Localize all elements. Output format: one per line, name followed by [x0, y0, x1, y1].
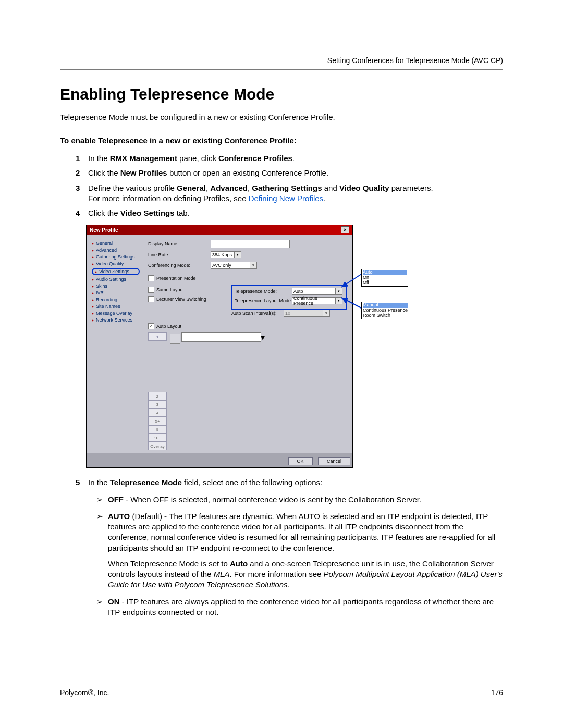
select-layout[interactable]: ▾: [181, 332, 265, 342]
chevron-down-icon: ▾: [261, 332, 265, 342]
nav-audio-settings[interactable]: ▸Audio Settings: [92, 277, 140, 282]
participants-tab-4[interactable]: 4: [148, 409, 167, 417]
footer-company: Polycom®, Inc.: [60, 688, 109, 697]
participants-tab-3[interactable]: 3: [148, 400, 167, 409]
page-footer: Polycom®, Inc. 176: [60, 688, 503, 697]
nav-ivr[interactable]: ▸IVR: [92, 290, 140, 295]
step-text: Click the New Profiles button or open an…: [88, 168, 503, 178]
arrow-icon: ▸: [92, 318, 94, 323]
select-line-rate[interactable]: 384 Kbps ▾: [211, 251, 241, 258]
label-auto-scan: Auto Scan Interval(s):: [231, 311, 284, 316]
step-text: In the RMX Management pane, click Confer…: [88, 153, 503, 164]
layout-strip: 1 ▾: [148, 332, 347, 345]
arrow-icon: ▸: [92, 298, 94, 302]
dialog-nav: ▸General ▸Advanced ▸Gathering Settings ▸…: [87, 235, 143, 453]
step-number: 1: [76, 153, 88, 164]
arrow-icon: ▸: [92, 284, 94, 289]
running-header: Setting Conferences for Telepresence Mod…: [60, 56, 503, 65]
page-title: Enabling Telepresence Mode: [60, 85, 503, 103]
chevron-down-icon: ▾: [250, 262, 257, 269]
chevron-down-icon: ▾: [335, 297, 342, 304]
option-auto-note: When Telepresence Mode is set to Auto an…: [108, 559, 503, 590]
checkbox-presentation[interactable]: [148, 275, 154, 281]
label-tp-mode: Telepresence Mode:: [235, 289, 292, 294]
participants-tab-2[interactable]: 2: [148, 392, 167, 400]
step-number: 4: [76, 208, 88, 218]
link-defining-profiles[interactable]: Defining New Profiles: [249, 194, 323, 203]
dialog-body: ▸General ▸Advanced ▸Gathering Settings ▸…: [87, 235, 352, 453]
arrow-icon: ▸: [95, 269, 97, 274]
chevron-down-icon: ▾: [335, 288, 342, 295]
step-4: 4 Click the Video Settings tab.: [76, 208, 503, 218]
step-number: 3: [76, 183, 88, 204]
select-tp-mode[interactable]: Auto ▾: [292, 288, 342, 295]
nav-message-overlay[interactable]: ▸Message Overlay: [92, 311, 140, 316]
ok-button[interactable]: OK: [288, 457, 313, 465]
close-icon[interactable]: ×: [341, 226, 349, 233]
arrow-icon: ▸: [92, 304, 94, 309]
nav-skins[interactable]: ▸Skins: [92, 283, 140, 289]
input-display-name[interactable]: [211, 240, 290, 248]
label-display-name: Display Name:: [148, 241, 211, 246]
nav-site-names[interactable]: ▸Site Names: [92, 304, 140, 309]
arrow-icon: ▸: [92, 241, 94, 246]
step-2: 2 Click the New Profiles button or open …: [76, 168, 503, 178]
label-presentation: Presentation Mode: [156, 276, 196, 281]
cancel-button[interactable]: Cancel: [318, 457, 350, 465]
page-number: 176: [491, 688, 503, 697]
chevron-down-icon: ▾: [234, 251, 241, 258]
nav-advanced[interactable]: ▸Advanced: [92, 248, 140, 253]
checkbox-same-layout[interactable]: [148, 287, 154, 293]
step-number: 5: [76, 477, 88, 488]
label-auto-layout: Auto Layout: [156, 324, 181, 329]
options-list: OFF - When OFF is selected, normal confe…: [96, 495, 503, 618]
arrow-icon: ▸: [92, 311, 94, 316]
step-text: Define the various profile General, Adva…: [88, 183, 503, 204]
dialog-title-text: New Profile: [90, 227, 118, 233]
label-same-layout: Same Layout: [156, 287, 184, 292]
checkbox-auto-layout[interactable]: ✓: [148, 323, 154, 329]
participants-tab-5plus[interactable]: 5+: [148, 417, 167, 425]
callout-telepresence-mode: Auto On Off: [361, 269, 408, 287]
select-auto-scan[interactable]: 10 ▾: [284, 310, 330, 317]
label-line-rate: Line Rate:: [148, 252, 211, 257]
label-lecturer: Lecturer View Switching: [156, 297, 206, 302]
step-text: Click the Video Settings tab.: [88, 208, 503, 218]
arrow-icon: ▸: [92, 262, 94, 266]
participants-tab-overlay[interactable]: Overlay: [148, 442, 167, 450]
arrow-icon: ▸: [92, 291, 94, 295]
participants-tab-10plus[interactable]: 10+: [148, 434, 167, 442]
step-1: 1 In the RMX Management pane, click Conf…: [76, 153, 503, 164]
header-rule: [60, 69, 503, 70]
participants-tab-1[interactable]: 1: [148, 332, 167, 341]
page: Setting Conferences for Telepresence Mod…: [0, 0, 563, 728]
new-profile-dialog: New Profile × ▸General ▸Advanced ▸Gather…: [86, 225, 353, 468]
step-5: 5 In the Telepresence Mode field, select…: [76, 477, 503, 488]
nav-network-services[interactable]: ▸Network Services: [92, 317, 140, 323]
arrow-icon: ▸: [92, 248, 94, 253]
select-tp-layout[interactable]: Continuous Presence ▾: [292, 297, 342, 304]
dialog-form: Display Name: Line Rate: 384 Kbps ▾ Conf…: [143, 235, 352, 453]
checkbox-lecturer[interactable]: [148, 296, 154, 302]
step-3: 3 Define the various profile General, Ad…: [76, 183, 503, 204]
nav-general[interactable]: ▸General: [92, 241, 140, 246]
nav-video-settings[interactable]: ▸Video Settings: [92, 268, 140, 275]
dialog-screenshot: Auto On Off Manual Continuous Presence R…: [86, 225, 409, 468]
label-tp-layout: Telepresence Layout Mode:: [235, 298, 292, 303]
nav-gathering[interactable]: ▸Gathering Settings: [92, 254, 140, 260]
layout-thumb[interactable]: [170, 334, 180, 344]
option-auto: AUTO (Default) - The ITP features are dy…: [96, 511, 503, 590]
nav-recording[interactable]: ▸Recording: [92, 297, 140, 302]
procedure-steps-cont: 5 In the Telepresence Mode field, select…: [76, 477, 503, 488]
step-number: 2: [76, 168, 88, 178]
chevron-down-icon: ▾: [323, 310, 330, 317]
option-off: OFF - When OFF is selected, normal confe…: [96, 495, 503, 505]
nav-video-quality[interactable]: ▸Video Quality: [92, 261, 140, 266]
procedure-steps: 1 In the RMX Management pane, click Conf…: [76, 153, 503, 218]
dialog-footer: OK Cancel: [87, 453, 352, 467]
intro-text: Telepresence Mode must be configured in …: [60, 113, 503, 121]
participants-tab-9[interactable]: 9: [148, 425, 167, 434]
select-conf-mode[interactable]: AVC only ▾: [211, 262, 257, 269]
arrow-icon: ▸: [92, 277, 94, 282]
option-on: ON - ITP features are always applied to …: [96, 597, 503, 618]
